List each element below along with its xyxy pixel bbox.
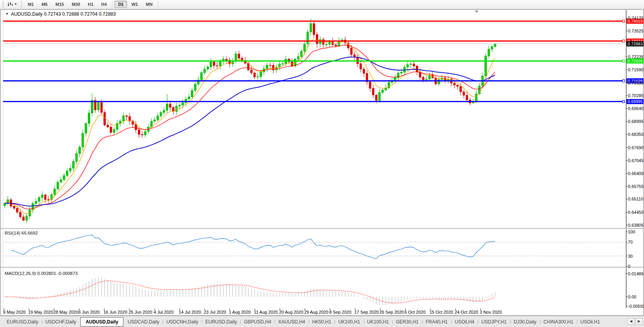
price-tick-label: 0.72235 — [628, 54, 644, 59]
macd-tick-label: -0.005938 — [628, 304, 644, 309]
price-tick-label: 0.64450 — [628, 210, 644, 215]
tab-hk50-h1[interactable]: HK50,H1 — [309, 318, 335, 326]
rsi-label: RSI(14) 65.6692 — [5, 231, 38, 235]
price-tick-label: 0.68350 — [628, 132, 644, 137]
tab-uk100-h1[interactable]: UK100,H1 — [335, 318, 363, 326]
rsi-tick-label: 0 — [628, 264, 630, 269]
toolbar-grip — [21, 1, 22, 7]
tab-china300-h1[interactable]: CHINA300,H1 — [540, 318, 577, 326]
date-label: 11 Aug 2020 — [254, 310, 278, 314]
price-tick-label: 0.74170 — [628, 16, 644, 20]
chart-tabs: EURUSD,DailyUSDCHF,DailyAUDUSD,DailyUSDC… — [3, 316, 627, 327]
timeframe-button-h1[interactable]: H1 — [84, 1, 97, 8]
chevron-down-icon: ▼ — [14, 3, 17, 6]
price-tick-label: 0.65755 — [628, 184, 644, 189]
timeframe-button-m15[interactable]: M15 — [52, 1, 67, 8]
tab-usoil-h1[interactable]: USOil,H1 — [577, 318, 604, 326]
tab-eurusd-daily[interactable]: EURUSD,Daily — [202, 318, 241, 326]
current-price-badge-label: 0.72883 — [628, 42, 643, 46]
date-label: 6 Oct 2020 — [405, 310, 426, 314]
tab-uk100-h1[interactable]: UK100,H1 — [364, 318, 392, 326]
date-label: 8 Sep 2020 — [329, 310, 351, 314]
timeframe-button-m1[interactable]: M1 — [24, 1, 37, 8]
date-label: 28 May 2020 — [53, 310, 78, 314]
date-label: 1 Aug 2020 — [229, 310, 251, 314]
tab-gbpusd-h4[interactable]: GBPUSD,H4 — [240, 318, 274, 326]
date-label: 23 Jul 2020 — [204, 310, 226, 314]
timeframe-button-group: M1M5M15M30H1H4D1W1MN — [24, 1, 160, 8]
tab-fra40-h1[interactable]: FRA40,H1 — [422, 318, 451, 326]
toolbar-grip — [2, 1, 4, 7]
price-tick-label: 0.71590 — [628, 67, 644, 72]
price-tick-label: 0.63805 — [628, 223, 644, 228]
timeframe-button-m30[interactable]: M30 — [68, 1, 83, 8]
price-tick-label: 0.67690 — [628, 145, 644, 150]
date-label: 16 Jun 2020 — [103, 310, 127, 314]
rsi-tick-label: 70 — [628, 240, 633, 244]
timeframe-button-d1[interactable]: D1 — [114, 1, 127, 8]
tab-ger30-h1[interactable]: GER30,H1 — [392, 318, 422, 326]
toolbar: ▼ M1M5M15M30H1H4D1W1MN — [0, 0, 644, 9]
price-tick-label: 0.69640 — [628, 106, 644, 111]
toolbar-separator — [158, 1, 158, 8]
timeframe-button-mn[interactable]: MN — [142, 1, 156, 8]
tab-audusd-daily[interactable]: AUDUSD,Daily — [80, 317, 123, 327]
symbol-dropdown-icon[interactable]: ▼ — [5, 12, 9, 16]
price-badge-label: 0.69995 — [628, 99, 643, 104]
rsi-tick-label: 30 — [628, 254, 633, 258]
tab-usdcad-daily[interactable]: USDCAD,Daily — [124, 318, 163, 326]
tab-usoil-h4[interactable]: USOil,H4 — [451, 318, 478, 326]
price-tick-label: 0.67045 — [628, 158, 644, 163]
price-tick-label: 0.70285 — [628, 93, 644, 98]
date-label: 25 Jun 2020 — [129, 310, 152, 314]
date-label: 24 Oct 2020 — [455, 310, 478, 314]
chart-canvas[interactable]: 0.740190.730230.720260.710290.699950.728… — [0, 0, 644, 327]
tab-usdjpy-h1[interactable]: USDJPY,H1 — [478, 318, 510, 326]
rsi-tick-label: 100 — [628, 229, 635, 234]
toolbar-separator — [112, 1, 112, 8]
tab-usdchf-daily[interactable]: USDCHF,Daily — [42, 318, 80, 326]
candlestick-chart-icon — [7, 2, 13, 7]
macd-tick-label: 0.00 — [628, 294, 636, 299]
price-tick-label: 0.73525 — [628, 29, 644, 33]
tab-scroll-right-button[interactable]: ▶ — [635, 318, 643, 325]
chart-title: ▼AUDUSD,Daily 0.72743 0.72888 0.72704 0.… — [5, 11, 116, 17]
tab-usdcnh-daily[interactable]: USDCNH,Daily — [163, 318, 201, 326]
price-tick-label: 0.70930 — [628, 81, 644, 85]
timeframe-button-w1[interactable]: W1 — [128, 1, 141, 8]
price-badge-label: 0.72026 — [628, 59, 643, 63]
tab-scroll-buttons: ◀ ▶ — [627, 318, 643, 325]
chart-window — [1, 10, 644, 316]
date-label: 6 Jun 2020 — [78, 310, 100, 314]
tab-dj30-daily[interactable]: DJ30,Daily — [510, 318, 540, 326]
date-label: 14 Jul 2020 — [179, 310, 201, 314]
date-label: 4 Jul 2020 — [154, 310, 174, 314]
price-tick-label: 0.66400 — [628, 171, 644, 176]
tab-scroll-left-button[interactable]: ◀ — [627, 318, 635, 325]
chart-tabbar: EURUSD,DailyUSDCHF,DailyAUDUSD,DailyUSDC… — [0, 316, 644, 327]
date-label: 3 Nov 2020 — [480, 310, 502, 314]
date-label: 15 Oct 2020 — [430, 310, 453, 314]
date-label: 29 Aug 2020 — [304, 310, 328, 314]
timeframe-button-h4[interactable]: H4 — [98, 1, 110, 8]
date-label: 20 Aug 2020 — [279, 310, 303, 314]
price-tick-label: 0.65110 — [628, 197, 643, 201]
date-label: 9 May 2020 — [3, 310, 25, 314]
macd-tick-label: 0.014861 — [628, 271, 644, 276]
tab-eurusd-daily[interactable]: EURUSD,Daily — [3, 318, 42, 326]
macd-label: MACD(12,26,9) 0.002801 -0.000873 — [5, 271, 78, 276]
date-label: 26 Sep 2020 — [379, 310, 404, 314]
timeframe-button-m5[interactable]: M5 — [38, 1, 51, 8]
tab-xauusd-h4[interactable]: XAUUSD,H4 — [275, 318, 309, 326]
price-tick-label: 0.68995 — [628, 119, 644, 124]
date-label: 17 Sep 2020 — [354, 310, 379, 314]
date-label: 19 May 2020 — [28, 310, 53, 314]
chart-type-button[interactable]: ▼ — [5, 1, 19, 8]
